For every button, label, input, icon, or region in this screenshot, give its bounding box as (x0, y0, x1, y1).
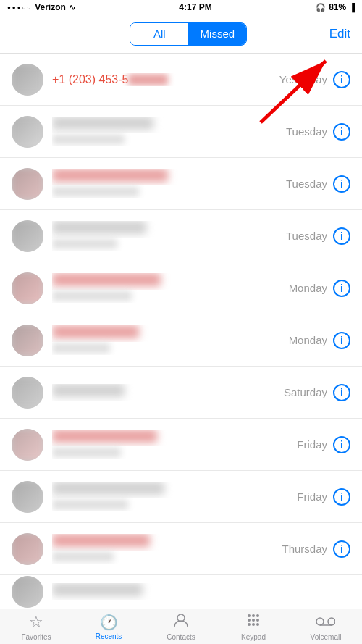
call-item-8: Friday i (0, 419, 362, 471)
info-btn-7[interactable]: i (333, 384, 350, 401)
call-info-3 (52, 169, 286, 198)
contacts-icon (173, 612, 189, 632)
call-name-9 (52, 482, 297, 498)
call-name-10 (52, 534, 282, 551)
tab-bar: ☆ Favorites 🕐 Recents Contacts (0, 609, 362, 644)
call-item-11 (0, 575, 362, 608)
headphone-icon: 🎧 (316, 3, 326, 12)
call-subtext-8 (52, 448, 297, 459)
call-info-7 (52, 384, 284, 401)
svg-point-8 (256, 619, 259, 622)
status-right: 🎧 81% ▐ (316, 2, 355, 12)
keypad-icon (245, 612, 261, 632)
info-btn-6[interactable]: i (333, 332, 350, 349)
svg-point-10 (252, 623, 255, 626)
avatar-11 (12, 576, 43, 608)
call-item-7: Saturday i (0, 367, 362, 419)
call-info-11 (52, 583, 350, 600)
call-subtext-3 (52, 187, 286, 198)
call-day-10: Thursday (282, 543, 327, 555)
call-item-6: Monday i (0, 314, 362, 367)
info-btn-9[interactable]: i (333, 488, 350, 506)
call-info-10 (52, 534, 282, 564)
avatar-6 (12, 325, 43, 356)
voicemail-icon (316, 613, 335, 632)
tab-missed[interactable]: Missed (188, 23, 246, 45)
status-bar: ●●●○○ Verizon ∿ 4:17 PM 🎧 81% ▐ (0, 0, 362, 14)
call-item-5: Monday i (0, 262, 362, 314)
call-name-3 (52, 169, 286, 185)
info-btn-8[interactable]: i (333, 436, 350, 453)
call-item-10: Thursday i (0, 523, 362, 575)
call-right-2: Tuesday i (286, 123, 350, 141)
call-right-10: Thursday i (282, 540, 350, 558)
svg-point-3 (248, 614, 251, 617)
tab-bar-item-favorites[interactable]: ☆ Favorites (0, 609, 72, 644)
call-info-9 (52, 482, 297, 511)
tab-switcher: All Missed (130, 22, 247, 46)
wifi-icon: ∿ (69, 3, 75, 12)
tab-bar-item-contacts[interactable]: Contacts (145, 609, 217, 644)
avatar-7 (12, 377, 43, 409)
call-right-4: Tuesday i (286, 227, 350, 245)
call-subtext-9 (52, 500, 297, 511)
tab-bar-item-voicemail[interactable]: Voicemail (290, 609, 362, 644)
tab-all[interactable]: All (130, 23, 188, 45)
call-right-5: Monday i (289, 280, 350, 297)
call-subtext-6 (52, 343, 289, 355)
battery-level: 81% (329, 2, 346, 12)
call-day-9: Friday (297, 490, 327, 503)
call-info-4 (52, 221, 286, 251)
call-list: +1 (203) 453-5 Yesterday i (0, 54, 362, 609)
call-name-8 (52, 430, 297, 446)
call-day-4: Tuesday (286, 230, 327, 242)
tab-bar-item-recents[interactable]: 🕐 Recents (72, 609, 145, 644)
svg-point-7 (252, 619, 255, 622)
call-day-8: Friday (297, 438, 327, 451)
call-name-11 (52, 583, 350, 600)
call-subtext-10 (52, 552, 282, 564)
info-btn-10[interactable]: i (333, 540, 350, 558)
info-btn-5[interactable]: i (333, 280, 350, 297)
svg-point-13 (328, 618, 335, 625)
carrier: Verizon (35, 2, 66, 12)
call-item-4: Tuesday i (0, 210, 362, 262)
call-item-1: +1 (203) 453-5 Yesterday i (0, 54, 362, 106)
keypad-label: Keypad (241, 633, 266, 641)
contacts-label: Contacts (167, 633, 195, 641)
status-time: 4:17 PM (179, 2, 211, 12)
call-right-7: Saturday i (284, 384, 350, 401)
call-right-1: Yesterday i (279, 71, 350, 88)
avatar-9 (12, 481, 43, 513)
call-info-1: +1 (203) 453-5 (52, 73, 279, 86)
info-btn-2[interactable]: i (333, 123, 350, 141)
call-item-3: Tuesday i (0, 158, 362, 210)
call-name-4 (52, 221, 286, 238)
call-day-3: Tuesday (286, 177, 327, 190)
edit-button[interactable]: Edit (329, 27, 350, 41)
avatar-5 (12, 272, 43, 304)
call-name-1: +1 (203) 453-5 (52, 73, 279, 86)
battery-icon: ▐ (349, 3, 355, 12)
call-name-7 (52, 384, 284, 401)
avatar-4 (12, 220, 43, 252)
avatar-2 (12, 116, 43, 148)
call-info-5 (52, 273, 289, 303)
call-item-9: Friday i (0, 471, 362, 523)
call-subtext-4 (52, 239, 286, 251)
call-day-6: Monday (289, 334, 327, 346)
signal-dots: ●●●○○ (7, 4, 32, 11)
avatar-10 (12, 533, 43, 565)
info-btn-1[interactable]: i (333, 71, 350, 88)
info-btn-3[interactable]: i (333, 175, 350, 193)
favorites-label: Favorites (21, 633, 51, 641)
status-left: ●●●○○ Verizon ∿ (7, 2, 75, 12)
call-subtext-2 (52, 135, 286, 146)
svg-point-4 (252, 614, 255, 617)
svg-point-6 (248, 619, 251, 622)
tab-bar-item-keypad[interactable]: Keypad (217, 609, 290, 644)
call-info-2 (52, 117, 286, 146)
info-btn-4[interactable]: i (333, 227, 350, 245)
avatar-8 (12, 429, 43, 461)
favorites-icon: ☆ (29, 613, 43, 632)
